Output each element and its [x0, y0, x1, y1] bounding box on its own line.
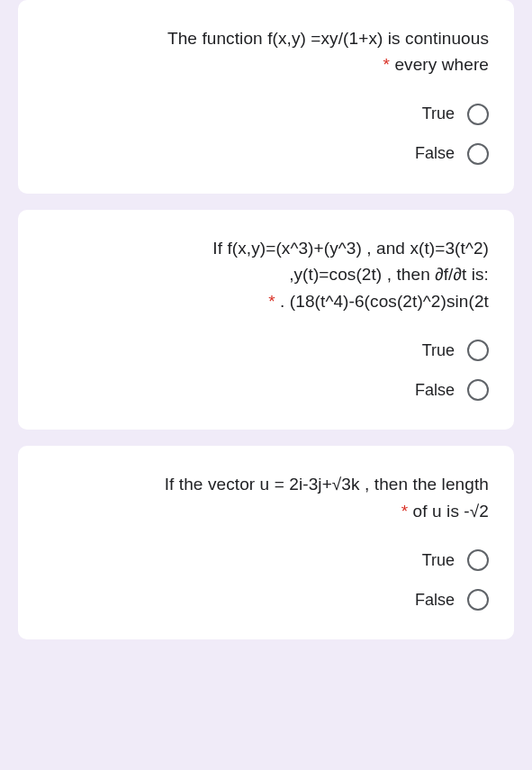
- question-card-2: If f(x,y)=(x^3)+(y^3) , and x(t)=3(t^2) …: [18, 210, 514, 430]
- question-line: . (18(t^4)-6(cos(2t)^2)sin(2t: [280, 292, 489, 311]
- option-label: True: [422, 341, 455, 360]
- question-line: If the vector u = 2i-3j+√3k , then the l…: [165, 475, 489, 494]
- question-card-3: If the vector u = 2i-3j+√3k , then the l…: [18, 446, 514, 639]
- option-true[interactable]: True: [422, 549, 489, 571]
- option-label: True: [422, 551, 455, 570]
- option-false[interactable]: False: [415, 143, 489, 165]
- question-text: The function f(x,y) =xy/(1+x) is continu…: [43, 25, 489, 78]
- radio-icon: [467, 549, 489, 571]
- option-true[interactable]: True: [422, 104, 489, 125]
- option-label: False: [415, 381, 455, 400]
- question-line: The function f(x,y) =xy/(1+x) is continu…: [167, 29, 489, 48]
- required-asterisk: *: [383, 55, 391, 74]
- radio-icon: [467, 143, 489, 165]
- radio-icon: [467, 379, 489, 401]
- question-line: every where: [394, 55, 489, 74]
- options-group: True False: [43, 549, 489, 611]
- option-label: False: [415, 144, 455, 163]
- question-line: of u is -√2: [413, 502, 489, 521]
- option-label: True: [422, 104, 455, 123]
- options-group: True False: [43, 340, 489, 401]
- options-group: True False: [43, 104, 489, 165]
- required-asterisk: *: [268, 292, 275, 311]
- radio-icon: [467, 104, 489, 125]
- radio-icon: [467, 589, 489, 611]
- question-text: If f(x,y)=(x^3)+(y^3) , and x(t)=3(t^2) …: [43, 235, 489, 314]
- option-true[interactable]: True: [422, 340, 489, 361]
- radio-icon: [467, 340, 489, 361]
- question-text: If the vector u = 2i-3j+√3k , then the l…: [43, 471, 489, 524]
- question-line: If f(x,y)=(x^3)+(y^3) , and x(t)=3(t^2): [212, 239, 489, 258]
- option-false[interactable]: False: [415, 379, 489, 401]
- option-label: False: [415, 591, 455, 610]
- question-line: ,y(t)=cos(2t) , then ∂f/∂t is:: [289, 265, 489, 284]
- option-false[interactable]: False: [415, 589, 489, 611]
- required-asterisk: *: [401, 502, 409, 521]
- question-card-1: The function f(x,y) =xy/(1+x) is continu…: [18, 0, 514, 194]
